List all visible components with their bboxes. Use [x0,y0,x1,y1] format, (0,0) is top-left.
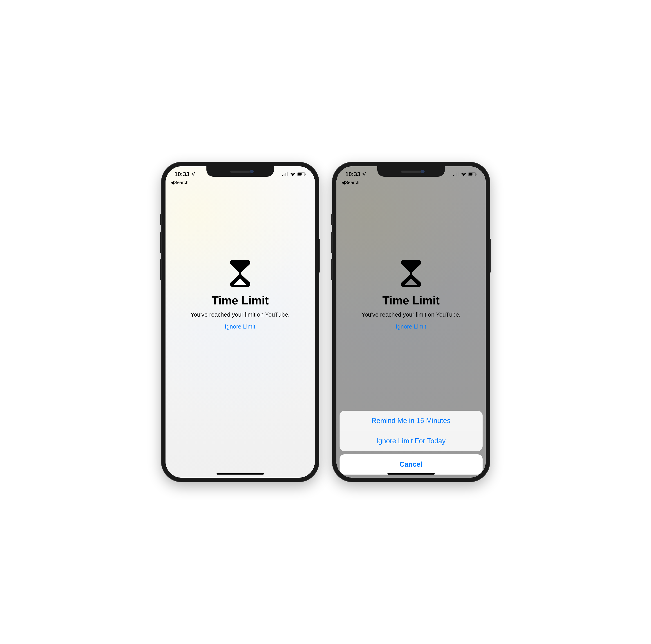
svg-rect-1 [284,174,284,176]
main-content: Time Limit You've reached your limit on … [336,166,486,451]
phone-screen-right: 10:33 ◀ [336,166,486,478]
volume-down-button[interactable] [160,259,162,281]
cellular-icon [282,172,288,176]
svg-rect-6 [305,174,306,175]
front-camera [250,170,254,173]
home-indicator[interactable] [217,473,264,474]
page-subtitle: You've reached your limit on YouTube. [361,311,461,318]
volume-down-button[interactable] [331,259,333,281]
svg-rect-12 [469,173,472,176]
svg-rect-8 [455,174,455,176]
ignore-limit-button[interactable]: Ignore Limit [225,323,255,330]
back-nav[interactable]: ◀ Search [165,179,315,187]
main-content: Time Limit You've reached your limit on … [165,166,315,451]
svg-rect-3 [287,172,288,176]
battery-icon [468,172,477,176]
status-time: 10:33 [175,171,190,178]
svg-rect-9 [456,173,457,176]
home-indicator[interactable] [388,473,435,474]
svg-rect-10 [458,172,459,176]
page-title: Time Limit [211,294,269,307]
location-icon [191,172,195,176]
status-time: 10:33 [345,171,361,178]
speaker [401,171,421,173]
volume-up-button[interactable] [331,232,333,253]
back-caret-icon: ◀ [341,180,345,185]
wifi-icon [461,172,466,176]
power-button[interactable] [490,239,491,272]
ignore-today-button[interactable]: Ignore Limit For Today [340,431,483,451]
ignore-limit-button[interactable]: Ignore Limit [396,323,426,330]
hourglass-icon [230,260,250,287]
remind-15-min-button[interactable]: Remind Me in 15 Minutes [340,411,483,431]
notch [207,166,274,177]
phone-screen-left: 10:33 ◀ [165,166,315,478]
power-button[interactable] [319,239,320,272]
cellular-icon [453,172,459,176]
wifi-icon [290,172,296,176]
phone-frame-left: 10:33 ◀ [161,162,319,482]
back-caret-icon: ◀ [170,180,174,185]
mute-switch[interactable] [331,214,333,225]
hourglass-icon [401,260,421,287]
back-nav[interactable]: ◀ Search [336,179,486,187]
speaker [230,171,250,173]
back-label: Search [345,180,359,185]
page-title: Time Limit [382,294,439,307]
mute-switch[interactable] [160,214,162,225]
front-camera [421,170,425,173]
volume-up-button[interactable] [160,232,162,253]
location-icon [362,172,366,176]
svg-rect-0 [282,175,283,176]
battery-icon [297,172,306,176]
svg-rect-5 [298,173,302,176]
svg-rect-7 [453,175,454,176]
notch [377,166,445,177]
svg-rect-2 [285,173,286,176]
cancel-button[interactable]: Cancel [340,454,483,474]
action-sheet-options: Remind Me in 15 Minutes Ignore Limit For… [340,411,483,451]
page-subtitle: You've reached your limit on YouTube. [190,311,290,318]
back-label: Search [174,180,188,185]
action-sheet: Remind Me in 15 Minutes Ignore Limit For… [340,411,483,474]
phone-frame-right: 10:33 ◀ [332,162,490,482]
svg-rect-13 [476,174,476,175]
